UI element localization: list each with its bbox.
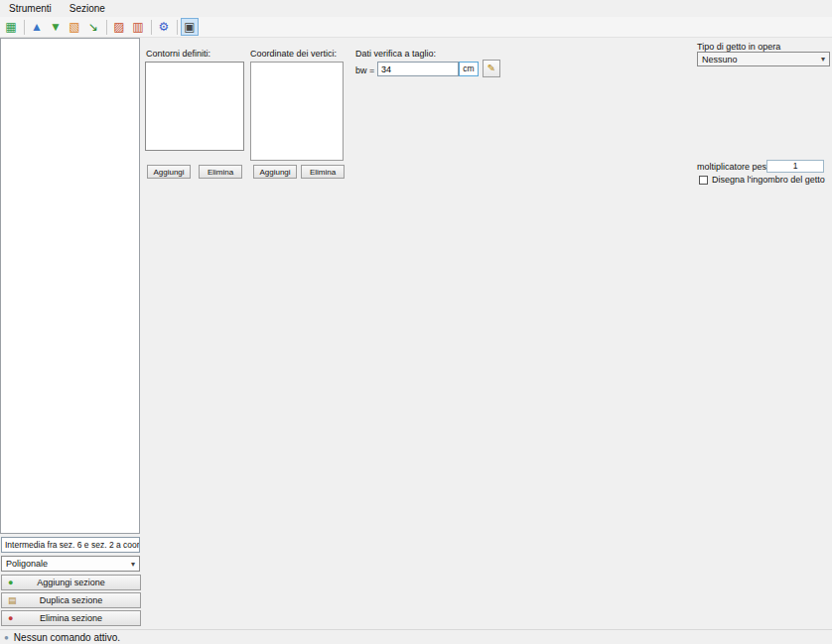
check-arrows-icon[interactable]: ↘ xyxy=(84,18,102,36)
status-icon: ● xyxy=(4,633,9,642)
vertex-add-button[interactable]: Aggiungi xyxy=(253,165,297,179)
duplicate-section-icon: ▤ xyxy=(8,595,17,605)
delete-section-label: Elimina sezione xyxy=(40,613,102,623)
toolbar-separator xyxy=(151,20,152,35)
arrow-down-icon[interactable]: ▼ xyxy=(47,18,65,36)
vertex-add-label: Aggiungi xyxy=(259,168,290,177)
toolbar-separator xyxy=(177,20,178,35)
menu-sezione[interactable]: Sezione xyxy=(61,1,114,16)
section-type-select[interactable]: Poligonale ▾ xyxy=(1,556,140,572)
add-section-icon: ● xyxy=(8,578,13,587)
bw-label: bw = xyxy=(355,65,374,75)
section-type-value: Poligonale xyxy=(6,559,48,569)
status-bar: ● Nessun comando attivo. xyxy=(0,629,832,644)
bw-edit-button[interactable]: ✎ xyxy=(483,60,500,77)
vertex-table[interactable] xyxy=(250,62,344,161)
contorni-listbox[interactable] xyxy=(145,62,244,151)
section-list xyxy=(0,38,140,534)
hand-icon[interactable]: ▧ xyxy=(66,18,83,36)
pencil-icon: ✎ xyxy=(487,63,495,73)
arrow-up-icon[interactable]: ▲ xyxy=(28,18,46,36)
menu-strumenti[interactable]: Strumenti xyxy=(0,1,61,16)
toolbar: ▦▲▼▧↘▨▥⚙▣ xyxy=(0,17,832,38)
vertex-delete-label: Elimina xyxy=(310,168,336,177)
duplicate-section-button[interactable]: ▤ Duplica sezione xyxy=(1,592,141,608)
contorni-title: Contorni definiti: xyxy=(146,49,210,59)
getto-select[interactable]: Nessuno ▾ xyxy=(697,52,830,66)
bw-unit[interactable]: cm xyxy=(459,62,479,76)
image-icon[interactable]: ▣ xyxy=(181,18,199,36)
delete-section-icon: ● xyxy=(8,613,13,623)
getto-title: Tipo di getto in opera xyxy=(697,42,780,52)
bw-input[interactable] xyxy=(377,62,459,76)
grid-icon[interactable]: ▦ xyxy=(2,18,20,36)
add-section-label: Aggiungi sezione xyxy=(37,578,105,587)
chevron-down-icon: ▾ xyxy=(131,560,135,569)
copy-red-icon[interactable]: ▨ xyxy=(110,18,128,36)
toolbar-separator xyxy=(106,20,107,35)
chevron-down-icon: ▾ xyxy=(821,55,825,64)
delete-section-button[interactable]: ● Elimina sezione xyxy=(1,610,141,626)
taglio-title: Dati verifica a taglio: xyxy=(355,49,436,59)
contorni-add-label: Aggiungi xyxy=(153,168,184,177)
molt-input[interactable]: 1 xyxy=(766,160,824,173)
coordinate-title: Coordinate dei vertici: xyxy=(250,49,337,59)
contorni-delete-button[interactable]: Elimina xyxy=(199,165,242,179)
menu-bar: Strumenti Sezione xyxy=(0,0,832,17)
contorni-delete-label: Elimina xyxy=(208,168,233,177)
paste-red-icon[interactable]: ▥ xyxy=(129,18,147,36)
vertex-delete-button[interactable]: Elimina xyxy=(301,165,345,179)
status-text: Nessun comando attivo. xyxy=(14,632,120,643)
app-window: Strumenti Sezione ▦▲▼▧↘▨▥⚙▣ Intermedia f… xyxy=(0,0,832,644)
add-section-button[interactable]: ● Aggiungi sezione xyxy=(1,575,141,590)
contorni-add-button[interactable]: Aggiungi xyxy=(147,165,191,179)
duplicate-section-label: Duplica sezione xyxy=(40,595,103,605)
section-name-input[interactable]: Intermedia fra sez. 6 e sez. 2 a coord. … xyxy=(1,537,140,553)
getto-select-value: Nessuno xyxy=(702,55,738,64)
gear-icon[interactable]: ⚙ xyxy=(155,18,173,36)
toolbar-separator xyxy=(24,20,25,35)
drawing-canvas[interactable] xyxy=(144,184,832,629)
